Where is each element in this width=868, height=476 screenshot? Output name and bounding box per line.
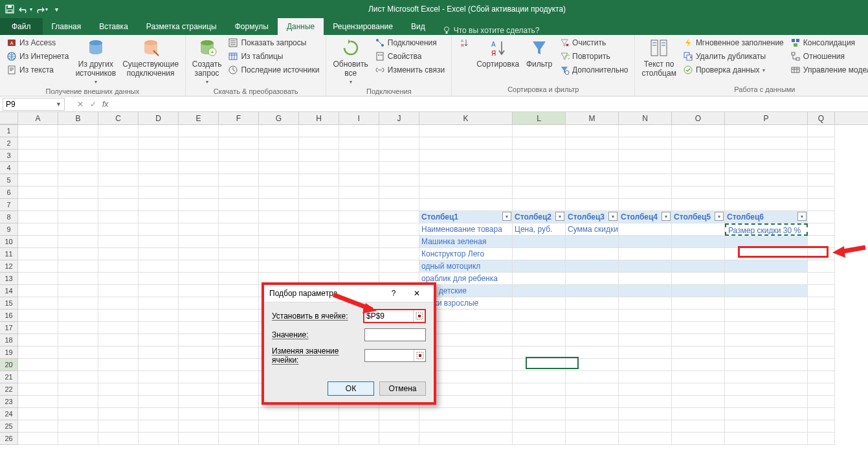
cell-C26[interactable]: [98, 433, 139, 445]
col-header-L[interactable]: L: [513, 112, 566, 124]
btn-filter[interactable]: Фильтр: [523, 36, 555, 70]
cell-A11[interactable]: [18, 248, 58, 260]
cell-C13[interactable]: [98, 273, 139, 285]
cell-M13[interactable]: [566, 273, 619, 285]
cell-A23[interactable]: [18, 396, 58, 408]
cell-P25[interactable]: [725, 420, 808, 433]
cell-P3[interactable]: [725, 150, 808, 162]
cell-D7[interactable]: [139, 199, 179, 211]
cell-B18[interactable]: [58, 334, 98, 346]
row-header-23[interactable]: 23: [0, 396, 18, 408]
cell-I25[interactable]: [339, 420, 379, 433]
cell-A1[interactable]: [18, 125, 58, 137]
cell-O21[interactable]: [672, 371, 725, 383]
btn-advanced-filter[interactable]: Дополнительно: [557, 63, 630, 76]
cell-O15[interactable]: [672, 297, 725, 310]
row-header-1[interactable]: 1: [0, 125, 18, 137]
cell-B21[interactable]: [58, 371, 98, 383]
cell-E21[interactable]: [179, 371, 219, 383]
cell-K11[interactable]: Конструктор Лего: [419, 248, 513, 260]
cell-B7[interactable]: [58, 199, 98, 211]
cell-M7[interactable]: [566, 199, 619, 211]
cell-L18[interactable]: [513, 334, 566, 346]
col-header-Q[interactable]: Q: [808, 112, 835, 124]
cell-C1[interactable]: [98, 125, 139, 137]
cell-K1[interactable]: [419, 125, 513, 137]
cell-O26[interactable]: [672, 433, 725, 445]
cell-K9[interactable]: Наименование товара: [419, 223, 513, 236]
cell-Q19[interactable]: [808, 346, 835, 359]
cell-M24[interactable]: [566, 408, 619, 420]
cell-F8[interactable]: [219, 211, 259, 223]
btn-properties[interactable]: Свойства: [372, 50, 447, 63]
cell-E15[interactable]: [179, 297, 219, 310]
cell-O13[interactable]: [672, 273, 725, 285]
cancel-formula-icon[interactable]: ✕: [74, 98, 87, 111]
cell-I8[interactable]: [339, 211, 379, 223]
cell-D11[interactable]: [139, 248, 179, 260]
cell-N19[interactable]: [619, 346, 672, 359]
cell-I26[interactable]: [339, 433, 379, 445]
cell-M1[interactable]: [566, 125, 619, 137]
cell-L6[interactable]: [513, 187, 566, 199]
cell-C23[interactable]: [98, 396, 139, 408]
cell-K5[interactable]: [419, 174, 513, 187]
cell-L3[interactable]: [513, 150, 566, 162]
col-header-E[interactable]: E: [179, 112, 219, 124]
cell-I10[interactable]: [339, 236, 379, 248]
cell-C3[interactable]: [98, 150, 139, 162]
cell-H7[interactable]: [299, 199, 339, 211]
cell-L7[interactable]: [513, 199, 566, 211]
tell-me-search[interactable]: Что вы хотите сделать?: [442, 26, 540, 35]
cell-B24[interactable]: [58, 408, 98, 420]
cell-M11[interactable]: [566, 248, 619, 260]
cell-F15[interactable]: [219, 297, 259, 310]
cell-N24[interactable]: [619, 408, 672, 420]
cell-E7[interactable]: [179, 199, 219, 211]
cell-E13[interactable]: [179, 273, 219, 285]
cell-E1[interactable]: [179, 125, 219, 137]
cell-N21[interactable]: [619, 371, 672, 383]
cell-G25[interactable]: [259, 420, 299, 433]
cell-P21[interactable]: [725, 371, 808, 383]
cell-N17[interactable]: [619, 322, 672, 334]
cell-M14[interactable]: [566, 285, 619, 297]
col-header-B[interactable]: B: [58, 112, 98, 124]
cell-B15[interactable]: [58, 297, 98, 310]
cell-N16[interactable]: [619, 310, 672, 322]
cell-O5[interactable]: [672, 174, 725, 187]
cell-D23[interactable]: [139, 396, 179, 408]
cell-L25[interactable]: [513, 420, 566, 433]
cell-L16[interactable]: [513, 310, 566, 322]
cell-P6[interactable]: [725, 187, 808, 199]
range-selector-icon[interactable]: [413, 310, 425, 322]
row-header-4[interactable]: 4: [0, 162, 18, 174]
btn-new-query[interactable]: +Создать запрос▾: [190, 36, 225, 86]
col-header-K[interactable]: K: [419, 112, 513, 124]
cell-E20[interactable]: [179, 359, 219, 371]
btn-reapply[interactable]: Повторить: [557, 50, 630, 63]
save-icon[interactable]: [3, 2, 17, 16]
cell-N1[interactable]: [619, 125, 672, 137]
cell-J8[interactable]: [379, 211, 419, 223]
cell-C25[interactable]: [98, 420, 139, 433]
cell-E8[interactable]: [179, 211, 219, 223]
cell-J25[interactable]: [379, 420, 419, 433]
cell-O4[interactable]: [672, 162, 725, 174]
cell-G8[interactable]: [259, 211, 299, 223]
cell-B4[interactable]: [58, 162, 98, 174]
cell-I6[interactable]: [339, 187, 379, 199]
cell-E22[interactable]: [179, 383, 219, 396]
row-header-5[interactable]: 5: [0, 174, 18, 187]
cell-M20[interactable]: [566, 359, 619, 371]
cell-E17[interactable]: [179, 322, 219, 334]
btn-consolidate[interactable]: Консолидация: [788, 36, 868, 49]
cell-K25[interactable]: [419, 420, 513, 433]
cell-G12[interactable]: [259, 260, 299, 273]
tab-insert[interactable]: Вставка: [90, 18, 137, 35]
filter-dropdown-icon[interactable]: ▼: [715, 212, 724, 221]
row-header-10[interactable]: 10: [0, 236, 18, 248]
cell-K4[interactable]: [419, 162, 513, 174]
cell-B11[interactable]: [58, 248, 98, 260]
cell-C6[interactable]: [98, 187, 139, 199]
